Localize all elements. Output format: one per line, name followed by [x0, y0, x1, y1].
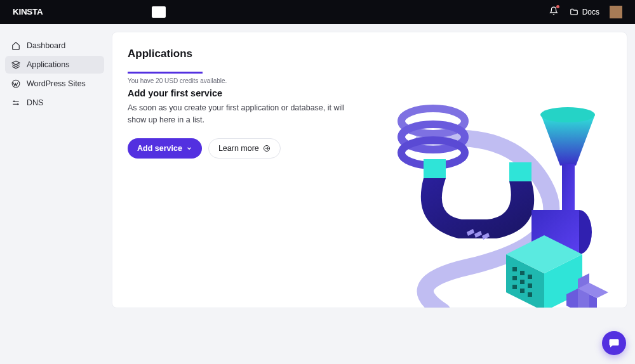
notification-dot [556, 5, 559, 8]
sidebar-item-label: Dashboard [27, 41, 65, 50]
add-service-button[interactable]: Add service [128, 138, 202, 159]
svg-rect-28 [528, 292, 532, 297]
svg-marker-1 [12, 61, 20, 65]
dns-icon [11, 98, 20, 107]
svg-rect-20 [512, 267, 517, 271]
svg-rect-27 [520, 289, 525, 293]
svg-point-5 [14, 101, 15, 101]
user-avatar[interactable] [610, 6, 622, 18]
folder-icon [570, 8, 578, 16]
svg-point-2 [12, 80, 20, 88]
svg-text:KINSTA: KINSTA [13, 8, 43, 16]
add-service-label: Add service [137, 144, 182, 153]
page-title: Applications [128, 48, 612, 60]
chevron-down-icon [186, 145, 192, 152]
home-icon [11, 41, 20, 50]
top-bar: KINSTA Docs [0, 0, 635, 24]
svg-point-13 [540, 107, 595, 122]
chat-icon [608, 337, 620, 349]
main-area: Applications You have 20 USD credits ava… [109, 24, 635, 364]
svg-rect-23 [512, 276, 517, 280]
chat-widget-button[interactable] [602, 331, 626, 355]
svg-rect-22 [528, 275, 532, 279]
sidebar: Dashboard Applications WordPress Sites D… [0, 24, 109, 364]
credits-text: You have 20 USD credits available. [128, 77, 612, 84]
sidebar-item-dns[interactable]: DNS [5, 94, 104, 112]
applications-card: Applications You have 20 USD credits ava… [112, 32, 627, 308]
svg-rect-26 [512, 285, 517, 289]
learn-more-label: Learn more [218, 144, 259, 153]
accent-bar [128, 72, 203, 74]
wordpress-icon [11, 79, 20, 88]
docs-link[interactable]: Docs [570, 8, 599, 16]
sidebar-item-label: DNS [27, 98, 43, 107]
external-link-icon [263, 145, 271, 152]
sidebar-item-label: WordPress Sites [27, 79, 86, 88]
kinsta-logo-mark: KINSTA [13, 8, 53, 16]
top-selector[interactable] [152, 6, 166, 18]
svg-marker-12 [541, 115, 595, 166]
empty-state-illustration [385, 89, 620, 308]
docs-label: Docs [582, 8, 599, 16]
sidebar-item-dashboard[interactable]: Dashboard [5, 37, 104, 55]
layers-icon [11, 60, 20, 69]
svg-point-6 [17, 104, 18, 105]
learn-more-button[interactable]: Learn more [208, 138, 281, 159]
notifications-button[interactable] [549, 6, 558, 18]
sidebar-item-applications[interactable]: Applications [5, 56, 104, 74]
brand-logo[interactable]: KINSTA [13, 8, 53, 16]
sidebar-item-label: Applications [27, 60, 69, 69]
body-text: As soon as you create your first applica… [128, 102, 356, 127]
svg-rect-25 [528, 283, 532, 288]
svg-rect-21 [520, 271, 525, 275]
svg-rect-24 [520, 280, 525, 284]
sidebar-item-wordpress[interactable]: WordPress Sites [5, 75, 104, 93]
